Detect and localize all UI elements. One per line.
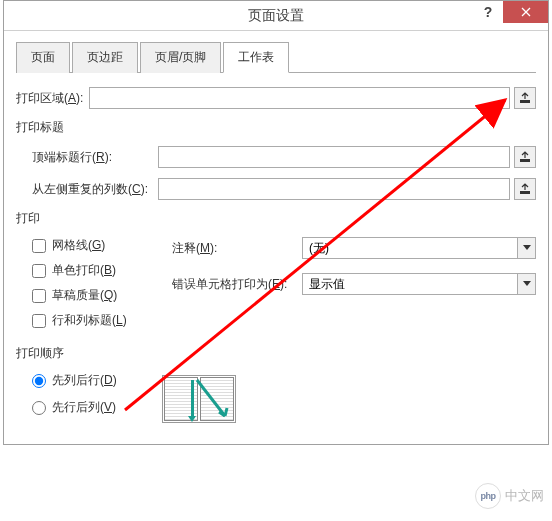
collapse-dialog-icon (519, 151, 531, 163)
check-draft-box[interactable] (32, 289, 46, 303)
preview-arrow-down-icon (191, 380, 194, 418)
svg-rect-4 (520, 191, 530, 194)
tab-strip: 页面 页边距 页眉/页脚 工作表 (16, 41, 536, 73)
print-titles-heading: 打印标题 (16, 119, 536, 136)
check-draft[interactable]: 草稿质量(Q) (32, 287, 172, 304)
comments-select[interactable]: (无) (302, 237, 536, 259)
dialog-content: 页面 页边距 页眉/页脚 工作表 打印区域(A): 打印标题 顶端标题行(R): (4, 31, 548, 444)
top-row-range-button[interactable] (514, 146, 536, 168)
radio-over-down-btn[interactable] (32, 401, 46, 415)
comments-label: 注释(M): (172, 240, 302, 257)
order-heading: 打印顺序 (16, 345, 536, 362)
check-mono[interactable]: 单色打印(B) (32, 262, 172, 279)
order-preview (162, 375, 236, 423)
top-row-row: 顶端标题行(R): (32, 146, 536, 168)
order-section: 打印顺序 先列后行(D) 先行后列(V) (16, 345, 536, 426)
check-gridlines-box[interactable] (32, 239, 46, 253)
errors-row: 错误单元格打印为(E): 显示值 (172, 273, 536, 295)
check-mono-box[interactable] (32, 264, 46, 278)
order-radios: 先列后行(D) 先行后列(V) (32, 372, 162, 426)
svg-rect-2 (520, 100, 530, 103)
window-buttons: ? (473, 1, 548, 23)
errors-label: 错误单元格打印为(E): (172, 276, 302, 293)
left-col-label: 从左侧重复的列数(C): (32, 181, 152, 198)
close-icon (521, 7, 531, 17)
top-row-input[interactable] (158, 146, 510, 168)
php-logo-icon: php (475, 483, 501, 509)
chevron-down-icon (517, 274, 535, 294)
left-col-row: 从左侧重复的列数(C): (32, 178, 536, 200)
errors-value: 显示值 (303, 276, 517, 293)
check-gridlines[interactable]: 网格线(G) (32, 237, 172, 254)
help-button[interactable]: ? (473, 1, 503, 23)
tab-sheet[interactable]: 工作表 (223, 42, 289, 73)
preview-arrow-diag-icon (195, 378, 229, 420)
comments-value: (无) (303, 240, 517, 257)
tab-margins[interactable]: 页边距 (72, 42, 138, 73)
left-col-input[interactable] (158, 178, 510, 200)
tab-header-footer[interactable]: 页眉/页脚 (140, 42, 221, 73)
check-rowcol-box[interactable] (32, 314, 46, 328)
print-titles-section: 打印标题 顶端标题行(R): 从左侧重复的列数(C): (16, 119, 536, 200)
chevron-down-icon (517, 238, 535, 258)
watermark-text: 中文网 (505, 487, 544, 505)
print-checks: 网格线(G) 单色打印(B) 草稿质量(Q) 行和列标题(L) (32, 237, 172, 337)
print-area-label: 打印区域(A): (16, 90, 83, 107)
radio-down-over[interactable]: 先列后行(D) (32, 372, 162, 389)
collapse-dialog-icon (519, 92, 531, 104)
svg-rect-3 (520, 159, 530, 162)
print-area-range-button[interactable] (514, 87, 536, 109)
radio-over-down[interactable]: 先行后列(V) (32, 399, 162, 416)
print-section: 打印 网格线(G) 单色打印(B) 草稿质量(Q) 行和列标题(L) 注释(M)… (16, 210, 536, 337)
print-heading: 打印 (16, 210, 536, 227)
print-area-input[interactable] (89, 87, 510, 109)
tab-page[interactable]: 页面 (16, 42, 70, 73)
page-setup-dialog: 页面设置 ? 页面 页边距 页眉/页脚 工作表 打印区域(A): (3, 0, 549, 445)
collapse-dialog-icon (519, 183, 531, 195)
dialog-title: 页面设置 (4, 7, 548, 25)
comments-row: 注释(M): (无) (172, 237, 536, 259)
titlebar: 页面设置 ? (4, 1, 548, 31)
print-area-row: 打印区域(A): (16, 87, 536, 109)
radio-down-over-btn[interactable] (32, 374, 46, 388)
check-rowcol[interactable]: 行和列标题(L) (32, 312, 172, 329)
top-row-label: 顶端标题行(R): (32, 149, 152, 166)
left-col-range-button[interactable] (514, 178, 536, 200)
close-button[interactable] (503, 1, 548, 23)
watermark: php 中文网 (475, 483, 544, 509)
print-selects: 注释(M): (无) 错误单元格打印为(E): 显示值 (172, 237, 536, 337)
errors-select[interactable]: 显示值 (302, 273, 536, 295)
